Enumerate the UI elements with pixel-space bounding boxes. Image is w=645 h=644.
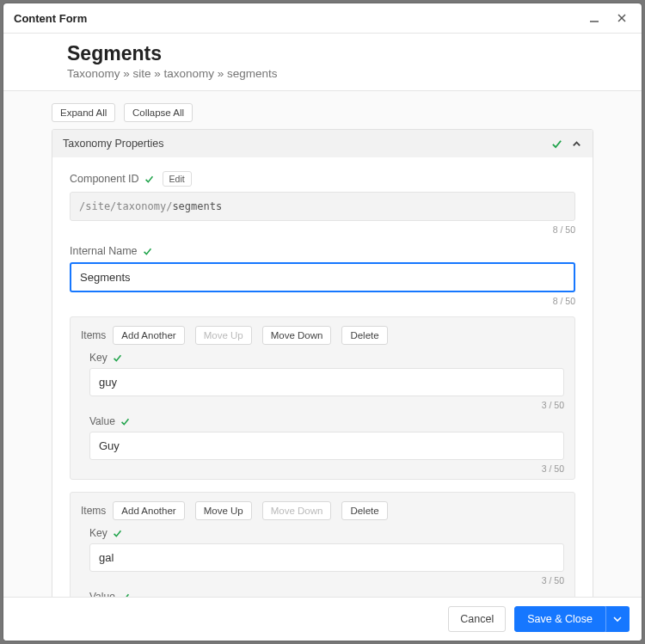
minimize-icon: [588, 12, 600, 24]
cancel-button[interactable]: Cancel: [448, 606, 506, 632]
item-key-label: Key: [89, 352, 108, 364]
item-key-label: Key: [89, 527, 108, 539]
check-icon: [551, 138, 562, 150]
add-another-button[interactable]: Add Another: [113, 501, 184, 520]
item-value-label: Value: [89, 591, 115, 597]
item-value-field: Value 3 / 50: [89, 415, 564, 474]
add-another-button[interactable]: Add Another: [113, 326, 184, 345]
move-up-button[interactable]: Move Up: [195, 326, 252, 345]
component-id-input: /site/taxonomy/segments: [70, 192, 575, 221]
save-close-menu-toggle[interactable]: [605, 606, 630, 632]
expand-all-button[interactable]: Expand All: [52, 103, 115, 122]
item-key-valid-icon: [113, 529, 122, 538]
component-id-field: Component ID Edit /site/taxonomy/segment…: [70, 171, 575, 235]
check-icon: [113, 353, 122, 363]
move-down-button[interactable]: Move Down: [262, 501, 332, 520]
items-label: Items: [81, 505, 106, 517]
window-title: Content Form: [14, 12, 574, 25]
item-key-input[interactable]: [89, 543, 564, 572]
breadcrumb: Taxonomy » site » taxonomy » segments: [67, 67, 578, 80]
item-key-field: Key 3 / 50: [89, 352, 564, 410]
section-collapse-toggle[interactable]: [571, 138, 582, 150]
component-id-valid-icon: [144, 175, 154, 184]
item-key-field: Key 3 / 50: [89, 527, 564, 586]
item-value-input[interactable]: [89, 432, 564, 460]
internal-name-counter: 8 / 50: [70, 296, 575, 306]
section-title: Taxonomy Properties: [63, 138, 543, 150]
item-key-input[interactable]: [89, 368, 564, 396]
component-id-label: Component ID: [70, 173, 139, 185]
page-heading: Segments Taxonomy » site » taxonomy » se…: [3, 34, 642, 91]
delete-button[interactable]: Delete: [341, 501, 387, 520]
close-button[interactable]: [614, 10, 630, 26]
item-key-counter: 3 / 50: [89, 400, 564, 410]
expand-collapse-toolbar: Expand All Collapse All: [52, 103, 593, 122]
component-id-edit-button[interactable]: Edit: [163, 171, 192, 187]
item-value-valid-icon: [120, 417, 130, 426]
items-group: Items Add Another Move Up Move Down Dele…: [70, 492, 575, 597]
item-value-counter: 3 / 50: [89, 463, 564, 474]
check-icon: [144, 175, 154, 184]
component-id-counter: 8 / 50: [70, 224, 575, 235]
dialog-footer: Cancel Save & Close: [3, 597, 642, 641]
check-icon: [113, 529, 122, 538]
check-icon: [120, 417, 130, 426]
save-close-button[interactable]: Save & Close: [514, 606, 605, 632]
titlebar: Content Form: [3, 3, 642, 34]
internal-name-valid-icon: [143, 247, 152, 256]
internal-name-field: Internal Name 8 / 50: [70, 245, 575, 306]
items-group: Items Add Another Move Up Move Down Dele…: [70, 316, 575, 480]
page-title: Segments: [67, 42, 578, 65]
item-value-label: Value: [89, 415, 115, 427]
save-close-group: Save & Close: [514, 606, 630, 632]
form-scroll-area[interactable]: Expand All Collapse All Taxonomy Propert…: [3, 91, 642, 597]
move-down-button[interactable]: Move Down: [262, 326, 332, 345]
item-key-valid-icon: [113, 353, 122, 363]
content-form-dialog: Content Form Segments Taxonomy » site » …: [3, 3, 642, 641]
collapse-all-button[interactable]: Collapse All: [124, 103, 193, 122]
move-up-button[interactable]: Move Up: [195, 501, 252, 520]
item-key-counter: 3 / 50: [89, 575, 564, 586]
section-header[interactable]: Taxonomy Properties: [52, 130, 593, 157]
minimize-button[interactable]: [587, 10, 602, 26]
items-toolbar: Items Add Another Move Up Move Down Dele…: [81, 326, 564, 345]
items-toolbar: Items Add Another Move Up Move Down Dele…: [81, 501, 564, 520]
taxonomy-properties-section: Taxonomy Properties Component ID Edit: [52, 129, 593, 597]
caret-down-icon: [613, 615, 622, 623]
items-label: Items: [81, 329, 106, 341]
internal-name-label: Internal Name: [70, 245, 138, 257]
chevron-up-icon: [571, 138, 582, 150]
section-body: Component ID Edit /site/taxonomy/segment…: [52, 157, 593, 597]
check-icon: [143, 247, 152, 256]
delete-button[interactable]: Delete: [341, 326, 387, 345]
section-valid-icon: [551, 138, 562, 150]
item-value-field: Value 3 / 50: [89, 591, 564, 597]
close-icon: [616, 12, 628, 24]
internal-name-input[interactable]: [70, 262, 575, 292]
